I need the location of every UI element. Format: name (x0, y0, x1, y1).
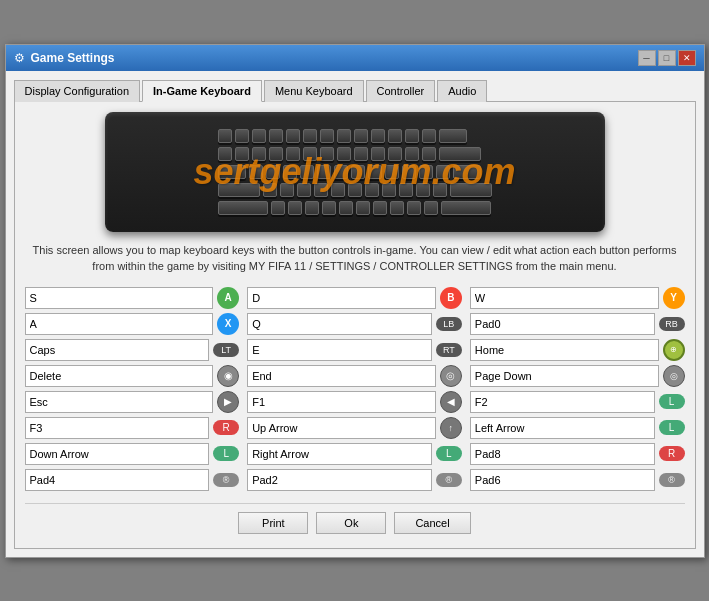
key-f10 (388, 129, 402, 143)
mapping-row-caps: LT (25, 339, 240, 361)
key-input-pad0[interactable] (470, 313, 655, 335)
key-input-d[interactable] (247, 287, 436, 309)
game-settings-window: ⚙ Game Settings ─ □ ✕ Display Configurat… (5, 44, 705, 558)
key-input-end[interactable] (247, 365, 436, 387)
key-backspace (439, 147, 481, 161)
key-caps (218, 183, 260, 197)
badge-uparrow: ↑ (440, 417, 462, 439)
key-tilde (218, 147, 232, 161)
key-comma (390, 201, 404, 215)
key-z (271, 201, 285, 215)
key-c (305, 201, 319, 215)
badge-y: Y (663, 287, 685, 309)
badge-a: A (217, 287, 239, 309)
key-enter (453, 165, 481, 179)
key-f11 (405, 129, 419, 143)
tab-menu-keyboard[interactable]: Menu Keyboard (264, 80, 364, 102)
key-g (331, 183, 345, 197)
key-input-rightarrow[interactable] (247, 443, 432, 465)
window-content: Display Configuration In-Game Keyboard M… (6, 71, 704, 557)
badge-rightarrow: L (436, 446, 462, 461)
title-buttons: ─ □ ✕ (638, 50, 696, 66)
key-q (249, 165, 263, 179)
key-input-leftarrow[interactable] (470, 417, 655, 439)
key-input-q[interactable] (247, 313, 432, 335)
mapping-row-pad4: ® (25, 469, 240, 491)
mapping-row-s: A (25, 287, 240, 309)
mapping-row-f1: ◀ (247, 391, 462, 413)
key-input-pagedown[interactable] (470, 365, 659, 387)
key-input-f1[interactable] (247, 391, 436, 413)
key-minus (405, 147, 419, 161)
key-input-pad4[interactable] (25, 469, 210, 491)
key-9 (371, 147, 385, 161)
key-input-f3[interactable] (25, 417, 210, 439)
mapping-row-pad6: ® (470, 469, 685, 491)
badge-esc: ▶ (217, 391, 239, 413)
tab-controller[interactable]: Controller (366, 80, 436, 102)
tab-display-configuration[interactable]: Display Configuration (14, 80, 141, 102)
key-f (314, 183, 328, 197)
key-6 (320, 147, 334, 161)
mapping-row-a: X (25, 313, 240, 335)
key-a (263, 183, 277, 197)
badge-pad8: R (659, 446, 685, 461)
key-f12 (422, 129, 436, 143)
tab-audio[interactable]: Audio (437, 80, 487, 102)
key-input-delete[interactable] (25, 365, 214, 387)
mapping-row-pad2: ® (247, 469, 462, 491)
key-input-s[interactable] (25, 287, 214, 309)
cancel-button[interactable]: Cancel (394, 512, 470, 534)
title-bar: ⚙ Game Settings ─ □ ✕ (6, 45, 704, 71)
key-input-downarrow[interactable] (25, 443, 210, 465)
key-3 (269, 147, 283, 161)
key-input-uparrow[interactable] (247, 417, 436, 439)
mapping-row-home: ⊕ (470, 339, 685, 361)
key-input-caps[interactable] (25, 339, 210, 361)
key-input-a[interactable] (25, 313, 214, 335)
key-tab (218, 165, 246, 179)
key-input-home[interactable] (470, 339, 659, 361)
tab-content-in-game-keyboard: sertgeliyorum.com This screen allows you… (14, 102, 696, 549)
key-period (407, 201, 421, 215)
key-o (385, 165, 399, 179)
key-s (280, 183, 294, 197)
mapping-row-rightarrow: L (247, 443, 462, 465)
badge-leftarrow: L (659, 420, 685, 435)
mapping-row-pad8: R (470, 443, 685, 465)
mapping-row-q: LB (247, 313, 462, 335)
badge-f1: ◀ (440, 391, 462, 413)
key-m (373, 201, 387, 215)
key-i (368, 165, 382, 179)
print-button[interactable]: Print (238, 512, 308, 534)
key-enter2 (450, 183, 492, 197)
key-2 (252, 147, 266, 161)
mapping-row-pad0: RB (470, 313, 685, 335)
key-f7 (337, 129, 351, 143)
badge-pagedown: ◎ (663, 365, 685, 387)
maximize-button[interactable]: □ (658, 50, 676, 66)
key-f1 (235, 129, 249, 143)
key-input-w[interactable] (470, 287, 659, 309)
mapping-row-f2: L (470, 391, 685, 413)
key-e (283, 165, 297, 179)
key-y (334, 165, 348, 179)
key-input-esc[interactable] (25, 391, 214, 413)
mapping-row-d: B (247, 287, 462, 309)
key-input-e[interactable] (247, 339, 432, 361)
key-slash (424, 201, 438, 215)
minimize-button[interactable]: ─ (638, 50, 656, 66)
key-input-pad6[interactable] (470, 469, 655, 491)
keyboard-image-container: sertgeliyorum.com (25, 112, 685, 232)
title-bar-left: ⚙ Game Settings (14, 51, 115, 65)
key-input-pad8[interactable] (470, 443, 655, 465)
ok-button[interactable]: Ok (316, 512, 386, 534)
key-f9 (371, 129, 385, 143)
key-input-pad2[interactable] (247, 469, 432, 491)
close-button[interactable]: ✕ (678, 50, 696, 66)
tab-in-game-keyboard[interactable]: In-Game Keyboard (142, 80, 262, 102)
key-f6 (320, 129, 334, 143)
key-rbracket (436, 165, 450, 179)
key-input-f2[interactable] (470, 391, 655, 413)
key-f8 (354, 129, 368, 143)
